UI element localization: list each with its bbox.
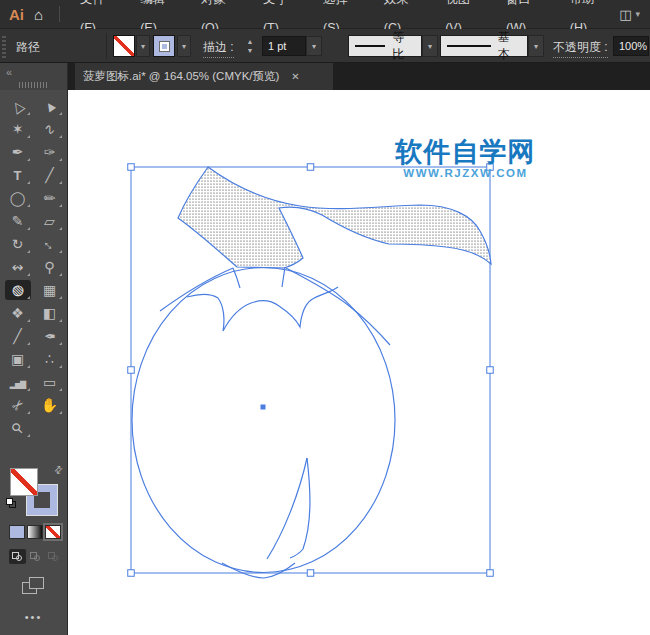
tool-selection-tool[interactable]: △: [5, 96, 31, 116]
screen-mode-button[interactable]: [22, 577, 46, 595]
stroke-square-icon: [160, 42, 169, 51]
tool-rotate-tool[interactable]: ↻: [5, 234, 31, 254]
tool-blend-tool[interactable]: ▣: [5, 349, 31, 369]
stroke-color-swatch[interactable]: [153, 35, 175, 57]
handle-bottom-right[interactable]: [487, 570, 494, 577]
tool-type-tool[interactable]: T: [5, 165, 31, 185]
tool-column-graph-tool[interactable]: ▂▅▇: [5, 372, 31, 392]
home-icon[interactable]: ⌂: [34, 6, 43, 23]
calyx-sepals: [187, 287, 338, 331]
stroke-chevron-icon[interactable]: ▾: [177, 35, 191, 57]
document-tab[interactable]: 菠萝图标.ai* @ 164.05% (CMYK/预览) ✕: [75, 63, 333, 90]
drag-grip[interactable]: [2, 34, 6, 58]
tool-puppet-warp-tool[interactable]: ⚲: [37, 257, 63, 277]
menu-bar: Ai ⌂ 文件(F)编辑(E)对象(O)文字(T)选择(S)效果(C)视图(V)…: [0, 0, 650, 29]
handle-top-left[interactable]: [128, 164, 135, 171]
fruit-bottom-tip: [222, 563, 295, 578]
color-button[interactable]: [9, 525, 25, 539]
tool-scale-tool[interactable]: ↔: [37, 234, 63, 254]
sprout-right-edge: [290, 458, 310, 558]
default-fill-stroke-icon[interactable]: [6, 498, 16, 508]
workspace-switcher[interactable]: ◫ ▾: [619, 7, 640, 22]
handle-mid-left[interactable]: [128, 367, 135, 374]
opacity-label[interactable]: 不透明度 :: [553, 39, 608, 58]
tool-lasso-tool[interactable]: ∿: [37, 119, 63, 139]
collapse-panel-icon[interactable]: «: [6, 66, 12, 78]
divider: [59, 6, 60, 22]
tool-symbol-sprayer-tool[interactable]: ∴: [37, 349, 63, 369]
tool-slice-tool[interactable]: ✂: [5, 395, 31, 415]
tool-width-tool[interactable]: ↭: [5, 257, 31, 277]
swap-fill-stroke-icon[interactable]: ⇄: [51, 463, 65, 477]
brush-line-icon: [447, 45, 491, 47]
watermark: 软件自学网 WWW.RJZXW.COM: [383, 138, 548, 180]
drawing-mode-buttons: [9, 549, 62, 564]
opacity-input[interactable]: 100%: [613, 36, 649, 56]
tool-hand-tool[interactable]: ✋: [37, 395, 63, 415]
brush-select[interactable]: 基本: [440, 35, 528, 57]
calyx-stem-right: [282, 267, 285, 287]
tool-magic-wand-tool[interactable]: ✶: [5, 119, 31, 139]
tool-eyedropper-tool[interactable]: ✒: [37, 326, 63, 346]
watermark-url: WWW.RJZXW.COM: [383, 167, 548, 180]
panel-grip[interactable]: [19, 82, 49, 88]
stroke-stepper[interactable]: ▲ ▼: [244, 36, 256, 56]
app-logo[interactable]: Ai: [9, 6, 24, 23]
artwork-svg: [68, 90, 650, 635]
handle-top-mid[interactable]: [307, 164, 314, 171]
tool-paintbrush-tool[interactable]: ✏: [37, 188, 63, 208]
illustrator-window: Ai ⌂ 文件(F)编辑(E)对象(O)文字(T)选择(S)效果(C)视图(V)…: [0, 0, 650, 635]
tool-curvature-tool[interactable]: ✑: [37, 142, 63, 162]
context-label: 路径: [16, 39, 40, 56]
color-type-buttons: [9, 525, 61, 539]
handle-bottom-mid[interactable]: [307, 570, 314, 577]
tool-measure-tool[interactable]: ╱: [5, 326, 31, 346]
edit-toolbar-ellipsis[interactable]: •••: [0, 611, 67, 623]
draw-normal-button[interactable]: [9, 549, 26, 564]
tool-direct-selection-tool[interactable]: ▲: [37, 96, 63, 116]
tool-eraser-tool[interactable]: ▱: [37, 211, 63, 231]
tool-pen-tool[interactable]: ✒: [5, 142, 31, 162]
tool-zoom-tool[interactable]: ⚲: [5, 418, 31, 438]
profile-line-icon: [355, 45, 385, 47]
brush-value: 基本: [498, 29, 521, 63]
tool-ellipse-tool[interactable]: ◯: [5, 188, 31, 208]
width-profile-select[interactable]: 等比: [348, 35, 422, 57]
tool-artboard-tool[interactable]: ▭: [37, 372, 63, 392]
handle-mid-right[interactable]: [487, 367, 494, 374]
tool-shape-builder-tool[interactable]: ◍: [5, 280, 31, 300]
fruit-circle[interactable]: [132, 268, 395, 573]
watermark-title: 软件自学网: [383, 138, 548, 167]
stroke-weight-input[interactable]: 1 pt: [262, 36, 306, 56]
center-point-marker[interactable]: [261, 405, 266, 410]
document-title: 菠萝图标.ai* @ 164.05% (CMYK/预览): [83, 69, 279, 84]
tool-gradient-tool[interactable]: ◧: [37, 303, 63, 323]
draw-behind-button[interactable]: [27, 549, 44, 564]
stroke-weight-chevron-icon[interactable]: ▾: [306, 36, 322, 56]
none-button[interactable]: [45, 525, 61, 539]
leaf-path[interactable]: [178, 167, 491, 268]
tool-perspective-grid-tool[interactable]: ▦: [37, 280, 63, 300]
tool-line-segment-tool[interactable]: ╱: [37, 165, 63, 185]
stroke-weight-label[interactable]: 描边 :: [203, 39, 234, 58]
fill-color-swatch[interactable]: [113, 35, 135, 57]
chevron-down-icon: ▾: [635, 9, 640, 19]
document-tab-bar: 菠萝图标.ai* @ 164.05% (CMYK/预览) ✕: [68, 63, 650, 90]
draw-inside-button[interactable]: [45, 549, 62, 564]
tools-panel-header: «: [0, 63, 67, 90]
close-icon[interactable]: ✕: [291, 71, 299, 82]
fill-proxy-swatch[interactable]: [10, 468, 38, 496]
tool-mesh-tool[interactable]: ❖: [5, 303, 31, 323]
artboard-canvas[interactable]: 软件自学网 WWW.RJZXW.COM: [68, 90, 650, 635]
control-bar: 路径 ▾ ▾ 描边 : ▲ ▼ 1 pt ▾ 等比 ▾ 基本 ▾ 不透明度 : …: [0, 29, 650, 63]
tools-panel: « △▲✶∿✒✑T╱◯✏✎▱↻↔↭⚲◍▦❖◧╱✒▣∴▂▅▇▭✂✋⚲ ⇄ •••: [0, 63, 68, 635]
gradient-button[interactable]: [27, 525, 43, 539]
stepper-up-icon[interactable]: ▲: [247, 37, 254, 46]
fill-chevron-icon[interactable]: ▾: [136, 35, 150, 57]
profile-chevron-icon[interactable]: ▾: [422, 35, 438, 57]
tool-shaper-tool[interactable]: ✎: [5, 211, 31, 231]
stepper-down-icon[interactable]: ▼: [247, 46, 254, 55]
handle-bottom-left[interactable]: [128, 570, 135, 577]
brush-chevron-icon[interactable]: ▾: [528, 35, 544, 57]
pineapple-artwork[interactable]: [128, 164, 494, 578]
